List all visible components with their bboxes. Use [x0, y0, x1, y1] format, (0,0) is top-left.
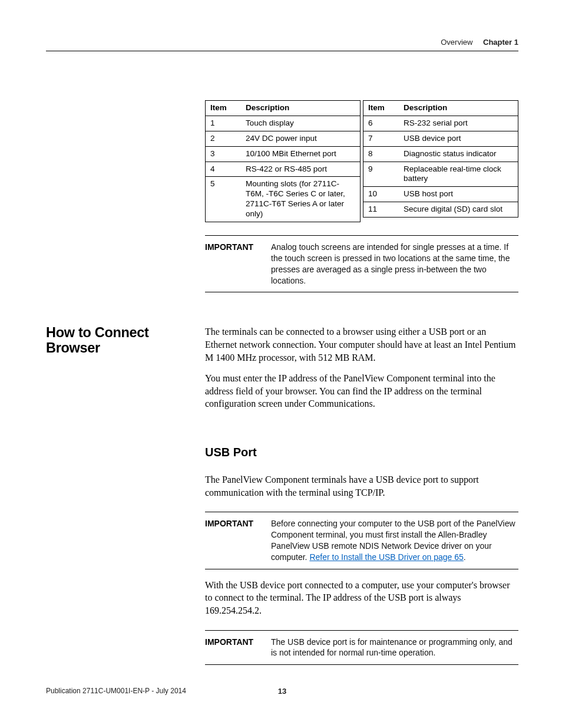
- header-section: Overview: [441, 38, 472, 47]
- callout-label: IMPORTANT: [205, 637, 271, 659]
- paragraph: With the USB device port connected to a …: [205, 579, 518, 617]
- header-rule: [46, 51, 518, 51]
- table-row: 310/100 MBit Ethernet port: [206, 146, 361, 162]
- table-row: 4RS-422 or RS-485 port: [206, 162, 361, 177]
- usb-driver-link[interactable]: Refer to Install the USB Driver on page …: [309, 552, 463, 562]
- col-desc: Description: [399, 101, 518, 116]
- page-number: 13: [278, 687, 286, 696]
- table-row: 6RS-232 serial port: [363, 116, 518, 131]
- col-item: Item: [363, 101, 399, 116]
- table-row: 8Diagnostic status indicator: [363, 146, 518, 162]
- running-header: Overview Chapter 1: [46, 38, 518, 47]
- callout-body: The USB device port is for maintenance o…: [271, 637, 518, 659]
- important-callout-touch: IMPORTANT Analog touch screens are inten…: [205, 235, 518, 293]
- important-callout-usb-maintenance: IMPORTANT The USB device port is for mai…: [205, 630, 518, 666]
- callout-body: Before connecting your computer to the U…: [271, 518, 518, 563]
- table-row: 224V DC power input: [206, 131, 361, 146]
- table-row: 1Touch display: [206, 116, 361, 131]
- heading-connect-browser: How to Connect Browser: [46, 325, 205, 356]
- callout-label: IMPORTANT: [205, 518, 271, 563]
- callout-body: Analog touch screens are intended for si…: [271, 242, 518, 286]
- col-item: Item: [206, 101, 242, 116]
- table-row: 5Mounting slots (for 2711C-T6M, -T6C Ser…: [206, 177, 361, 222]
- col-desc: Description: [241, 101, 361, 116]
- paragraph: The PanelView Component terminals have a…: [205, 473, 518, 499]
- header-chapter: Chapter 1: [483, 38, 518, 47]
- table-row: 9Replaceable real-time clock battery: [363, 162, 518, 187]
- table-row: 7USB device port: [363, 131, 518, 146]
- publication-id: Publication 2711C-UM001I-EN-P - July 201…: [46, 687, 186, 695]
- important-callout-usb-driver: IMPORTANT Before connecting your compute…: [205, 512, 518, 569]
- heading-usb-port: USB Port: [205, 446, 518, 459]
- table-row: 11Secure digital (SD) card slot: [363, 202, 518, 218]
- page-footer: Publication 2711C-UM001I-EN-P - July 201…: [46, 687, 518, 695]
- paragraph: You must enter the IP address of the Pan…: [205, 372, 518, 410]
- paragraph: The terminals can be connected to a brow…: [205, 325, 518, 364]
- spec-table: Item Description 1Touch display 224V DC …: [205, 100, 518, 222]
- table-row: 10USB host port: [363, 187, 518, 202]
- callout-label: IMPORTANT: [205, 242, 271, 286]
